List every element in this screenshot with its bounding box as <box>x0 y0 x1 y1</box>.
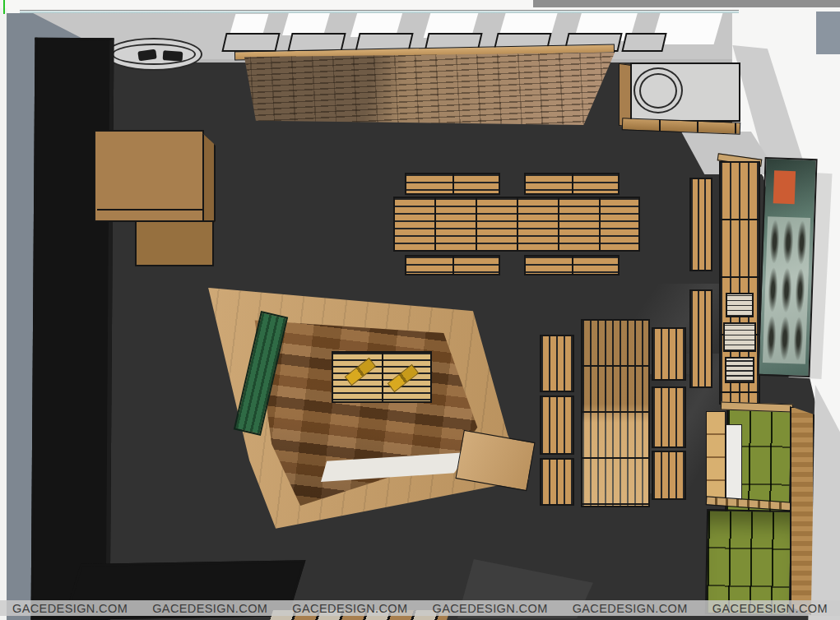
shelf-white-panel <box>726 424 742 500</box>
skylight-patch <box>230 14 269 34</box>
woven-basket <box>723 322 756 352</box>
seated-figure <box>388 364 420 392</box>
slat-bench <box>405 255 500 275</box>
watermark-band: GACEDESIGN.COMGACEDESIGN.COMGACEDESIGN.C… <box>0 600 840 616</box>
poster-image-grid <box>763 216 810 364</box>
clerestory-window-frame <box>621 33 666 52</box>
left-wall-outer-edge <box>0 8 7 620</box>
table-divider-line <box>382 353 383 401</box>
shelf-wood-side-panel <box>790 406 814 615</box>
chair <box>163 50 183 62</box>
vertical-slat-tables <box>535 317 695 510</box>
watermark-text: GACEDESIGN.COM <box>432 602 547 615</box>
render-canvas: GACEDESIGN.COMGACEDESIGN.COMGACEDESIGN.C… <box>0 0 840 620</box>
desk-extension <box>135 220 214 266</box>
desk-top <box>94 130 204 222</box>
axis-guide-line <box>3 0 5 14</box>
narrow-slat-display <box>689 178 712 271</box>
poster-image <box>796 220 807 265</box>
slat-bench <box>652 386 686 448</box>
poster-image <box>793 317 804 361</box>
skylight-patch <box>282 13 330 35</box>
timber-slat-canopy <box>233 41 616 125</box>
round-table-inner <box>639 73 677 109</box>
poster-image <box>769 220 780 264</box>
top-gray-strip <box>533 0 840 7</box>
green-shelving-unit <box>706 401 814 620</box>
poster-image <box>779 316 790 360</box>
watermark-text: GACEDESIGN.COM <box>712 602 828 615</box>
poster-image <box>795 269 805 313</box>
desk-side-face <box>202 133 216 234</box>
wide-slat-display <box>719 161 760 405</box>
woven-basket <box>725 357 754 383</box>
woven-basket <box>726 293 754 317</box>
oval-meeting-table <box>105 38 202 71</box>
wall-poster <box>757 157 817 377</box>
slat-bench <box>524 173 620 195</box>
poster-image <box>781 268 791 312</box>
watermark-text: GACEDESIGN.COM <box>292 602 407 615</box>
watermark-text: GACEDESIGN.COM <box>573 602 688 615</box>
slat-bench <box>405 173 500 195</box>
service-counter <box>619 58 744 133</box>
large-slat-table <box>393 197 640 252</box>
slat-bench <box>652 451 686 500</box>
poster-image <box>782 220 793 265</box>
shelf-tan-column <box>706 411 726 502</box>
narrow-slat-display <box>689 289 712 388</box>
watermark-text: GACEDESIGN.COM <box>152 602 267 615</box>
slat-bench <box>540 458 574 506</box>
poster-orange-block <box>773 170 796 204</box>
slat-bench <box>540 396 574 455</box>
horizontal-slat-tables <box>393 169 640 280</box>
slat-bench <box>524 255 620 275</box>
reception-desk <box>94 130 217 276</box>
slat-bench <box>540 335 574 392</box>
left-cubby-wall <box>31 38 114 620</box>
tall-slat-table <box>581 319 650 507</box>
poster-image <box>768 268 778 312</box>
canopy-slat-panel <box>233 53 616 125</box>
desk-edge-line <box>97 209 202 211</box>
seated-figure <box>345 358 377 386</box>
central-platform <box>197 280 535 534</box>
slat-bench <box>652 327 686 381</box>
poster-image <box>766 316 777 360</box>
top-right-wall-segment <box>816 12 840 54</box>
platform-slat-table <box>332 351 432 403</box>
window-mullion-line <box>20 10 739 13</box>
watermark-text: GACEDESIGN.COM <box>12 602 128 615</box>
